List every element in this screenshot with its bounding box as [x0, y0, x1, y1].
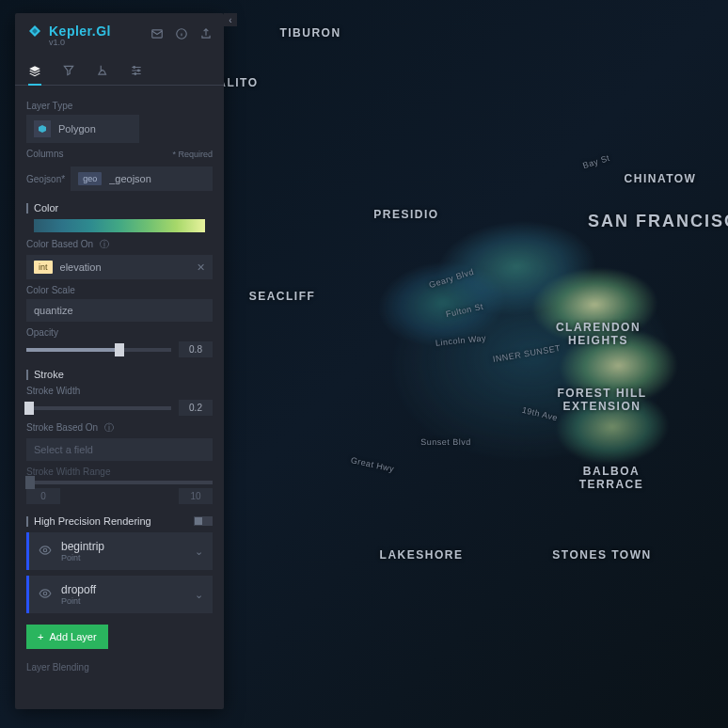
info-icon[interactable]: ⓘ — [100, 239, 109, 249]
geojson-value: _geojson — [109, 173, 151, 184]
geo-chip: geo — [78, 172, 102, 185]
stroke-based-on-placeholder: Select a field — [34, 444, 93, 455]
sidebar-header: Kepler.Gl v1.0 — [15, 13, 224, 51]
layer-type: Point — [61, 596, 96, 606]
heatmap-layer — [257, 150, 728, 652]
tab-layers[interactable] — [28, 64, 41, 86]
tab-settings[interactable] — [130, 64, 143, 77]
add-layer-label: Add Layer — [49, 631, 96, 642]
add-layer-button[interactable]: + Add Layer — [26, 625, 108, 649]
visibility-toggle-icon[interactable] — [39, 587, 52, 602]
brand: Kepler.Gl — [26, 23, 111, 40]
clear-icon[interactable]: ✕ — [197, 261, 205, 274]
layer-type: Point — [61, 553, 104, 562]
color-based-on-value: elevation — [60, 261, 102, 273]
layer-type-label: Layer Type — [26, 101, 213, 111]
stroke-width-value: 0.2 — [179, 400, 213, 416]
required-label: * Required — [172, 150, 213, 159]
layer-blending-label: Layer Blending — [26, 662, 213, 673]
stroke-width-label: Stroke Width — [26, 386, 213, 396]
int-chip: int — [34, 261, 53, 274]
stroke-width-range-label: Stroke Width Range — [26, 467, 213, 477]
opacity-label: Opacity — [26, 327, 213, 338]
svg-point-5 — [43, 548, 47, 552]
svg-point-6 — [43, 592, 47, 595]
columns-label: Columns — [26, 149, 63, 159]
layer-type-value: Polygon — [58, 123, 96, 135]
color-based-on-input[interactable]: int elevation ✕ — [26, 255, 213, 279]
geojson-label: Geojson* — [26, 174, 65, 184]
svg-point-3 — [137, 70, 139, 71]
high-precision-label: High Precision Rendering — [34, 515, 151, 527]
mail-icon[interactable] — [150, 27, 164, 42]
chevron-down-icon[interactable]: ⌄ — [195, 589, 203, 601]
layer-config-panel: Layer Type Polygon Columns * Required Ge… — [15, 86, 224, 697]
plus-icon: + — [38, 631, 43, 642]
info-icon[interactable] — [175, 27, 188, 42]
color-ramp[interactable] — [34, 219, 205, 232]
geojson-field-input[interactable]: geo _geojson — [71, 166, 213, 191]
collapse-sidebar-button[interactable]: ‹ — [224, 13, 237, 26]
stroke-based-on-label: Stroke Based On ⓘ — [26, 421, 213, 435]
layer-name: begintrip — [61, 540, 104, 553]
stroke-width-slider[interactable] — [26, 406, 171, 410]
color-section-title: Color — [26, 202, 213, 214]
stroke-section-title: Stroke — [26, 369, 213, 380]
opacity-value: 0.8 — [179, 341, 213, 357]
chevron-down-icon[interactable]: ⌄ — [195, 546, 203, 558]
visibility-toggle-icon[interactable] — [39, 544, 52, 559]
info-icon[interactable]: ⓘ — [104, 422, 114, 433]
stroke-range-min: 0 — [26, 488, 60, 504]
sidebar-panel: Kepler.Gl v1.0 La — [15, 13, 224, 709]
svg-point-2 — [134, 67, 135, 69]
stroke-width-slider-thumb[interactable] — [24, 402, 34, 415]
nav-tabs — [15, 51, 224, 86]
layer-type-dropdown[interactable]: Polygon — [26, 115, 139, 143]
color-based-on-label: Color Based On ⓘ — [26, 238, 213, 251]
tab-filters[interactable] — [62, 64, 75, 77]
layer-card-begintrip[interactable]: begintripPoint⌄ — [26, 532, 213, 570]
share-icon[interactable] — [199, 27, 213, 42]
high-precision-toggle[interactable] — [194, 516, 213, 526]
color-scale-value: quantize — [34, 305, 73, 316]
opacity-slider-thumb[interactable] — [115, 343, 124, 356]
opacity-slider[interactable] — [26, 348, 171, 352]
layer-card-dropoff[interactable]: dropoffPoint⌄ — [26, 576, 213, 613]
tab-interactions[interactable] — [96, 64, 109, 77]
stroke-range-slider — [26, 481, 213, 484]
stroke-range-max: 10 — [179, 488, 213, 504]
layer-name: dropoff — [61, 583, 96, 596]
polygon-icon — [34, 120, 51, 137]
color-scale-dropdown[interactable]: quantize — [26, 299, 213, 322]
stroke-based-on-input[interactable]: Select a field — [26, 438, 213, 461]
color-scale-label: Color Scale — [26, 285, 213, 295]
svg-point-4 — [135, 73, 136, 75]
map-neighborhood-label: TIBURON — [279, 26, 340, 40]
brand-name: Kepler.Gl — [49, 24, 111, 39]
kepler-logo-icon — [26, 23, 43, 40]
